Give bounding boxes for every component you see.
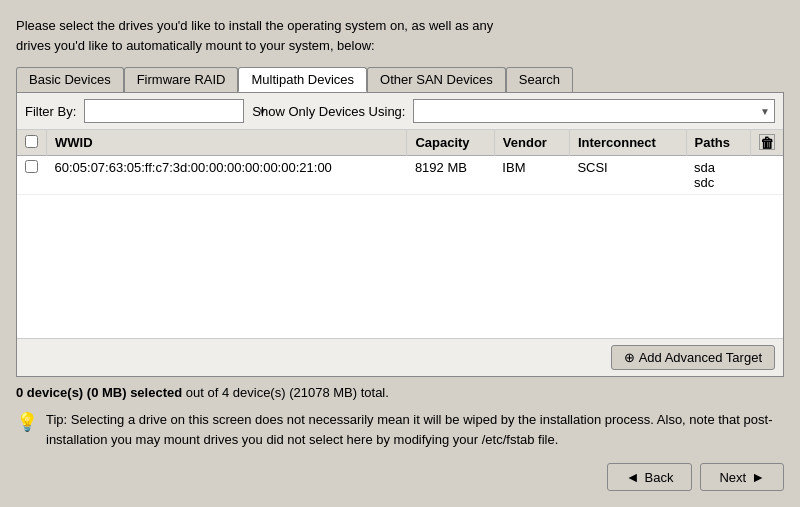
- row-wwid: 60:05:07:63:05:ff:c7:3d:00:00:00:00:00:0…: [47, 156, 407, 195]
- filter-input[interactable]: [89, 104, 257, 119]
- col-interconnect: Interconnect: [569, 130, 686, 156]
- add-icon: ⊕: [624, 350, 635, 365]
- table-row: 60:05:07:63:05:ff:c7:3d:00:00:00:00:00:0…: [17, 156, 783, 195]
- description: Please select the drives you'd like to i…: [16, 16, 784, 67]
- show-only-label: Show Only Devices Using:: [252, 104, 405, 119]
- next-icon: ►: [751, 469, 765, 485]
- device-table-container: WWID Capacity Vendor Interconnect Paths …: [17, 130, 783, 338]
- row-vendor: IBM: [494, 156, 569, 195]
- add-target-label: Add Advanced Target: [639, 350, 762, 365]
- tab-basic[interactable]: Basic Devices: [16, 67, 124, 92]
- status-area: 0 device(s) (0 MB) selected out of 4 dev…: [16, 377, 784, 404]
- description-line1: Please select the drives you'd like to i…: [16, 18, 493, 33]
- show-only-select[interactable]: ▼: [413, 99, 775, 123]
- col-delete: 🗑: [751, 130, 784, 156]
- tip-text: Tip: Selecting a drive on this screen do…: [46, 410, 784, 449]
- filter-by-label: Filter By:: [25, 104, 76, 119]
- tab-other-san[interactable]: Other SAN Devices: [367, 67, 506, 92]
- row-capacity: 8192 MB: [407, 156, 494, 195]
- description-line2: drives you'd like to automatically mount…: [16, 38, 375, 53]
- row-checkbox[interactable]: [25, 160, 38, 173]
- show-only-dropdown-arrow[interactable]: ▼: [760, 106, 770, 117]
- tab-multipath[interactable]: Multipath Devices: [238, 67, 367, 92]
- tab-firmware[interactable]: Firmware RAID: [124, 67, 239, 92]
- row-checkbox-cell: [17, 156, 47, 195]
- col-wwid: WWID: [47, 130, 407, 156]
- next-label: Next: [719, 470, 746, 485]
- col-capacity: Capacity: [407, 130, 494, 156]
- selected-count: 0 device(s) (0 MB) selected: [16, 385, 182, 400]
- tip-icon: 💡: [16, 411, 38, 433]
- next-button[interactable]: Next ►: [700, 463, 784, 491]
- back-icon: ◄: [626, 469, 640, 485]
- delete-all-icon[interactable]: 🗑: [759, 134, 775, 150]
- device-table: WWID Capacity Vendor Interconnect Paths …: [17, 130, 783, 195]
- back-button[interactable]: ◄ Back: [607, 463, 693, 491]
- total-count: out of 4 device(s) (21078 MB) total.: [186, 385, 389, 400]
- col-vendor: Vendor: [494, 130, 569, 156]
- col-checkbox: [17, 130, 47, 156]
- add-advanced-target-button[interactable]: ⊕ Add Advanced Target: [611, 345, 775, 370]
- back-label: Back: [645, 470, 674, 485]
- col-paths: Paths: [686, 130, 750, 156]
- tab-search[interactable]: Search: [506, 67, 573, 92]
- select-all-checkbox[interactable]: [25, 135, 38, 148]
- row-paths: sdasdc: [686, 156, 750, 195]
- filter-select[interactable]: ▼: [84, 99, 244, 123]
- row-delete-cell: [751, 156, 784, 195]
- tip-area: 💡 Tip: Selecting a drive on this screen …: [16, 404, 784, 455]
- row-interconnect: SCSI: [569, 156, 686, 195]
- show-only-input[interactable]: [418, 104, 760, 119]
